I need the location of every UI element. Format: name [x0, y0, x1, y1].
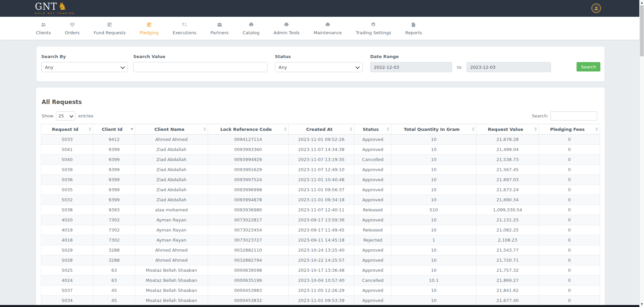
- column-header[interactable]: Status: [354, 124, 391, 135]
- date-to-input[interactable]: [466, 62, 551, 72]
- nav-item-maintenance[interactable]: Maintenance: [307, 22, 349, 35]
- nav-item-admin-tools[interactable]: Admin Tools: [266, 22, 307, 35]
- table-row[interactable]: 4020 7302 Ayman Rayan 0073022817 2023-09…: [41, 215, 600, 225]
- cell-lock-reference-code: 0093994878: [208, 195, 288, 205]
- column-header[interactable]: Created At: [288, 124, 354, 135]
- cell-created-at: 2023-11-05 12:26:29: [288, 286, 354, 296]
- entries-length-select[interactable]: 25: [56, 111, 76, 120]
- table-row[interactable]: 5025 63 Moataz Bellah Shaaban 0000639598…: [41, 265, 600, 275]
- show-label: Show: [42, 113, 53, 118]
- nav-item-reports[interactable]: Reports: [398, 22, 429, 35]
- vertical-scrollbar[interactable]: ▲ ▼: [639, 0, 644, 307]
- nav-item-trading-settings[interactable]: Trading Settings: [349, 22, 398, 35]
- cell-request-id: 4018: [41, 235, 93, 245]
- date-from-input[interactable]: [370, 62, 452, 72]
- nav-item-pledging[interactable]: Pledging: [133, 22, 165, 35]
- scroll-up-arrow[interactable]: ▲: [640, 1, 644, 5]
- nav-item-orders[interactable]: Orders: [58, 22, 87, 35]
- cell-lock-reference-code: 0093993360: [208, 145, 288, 155]
- window-bottom-edge: [0, 305, 639, 307]
- cell-status: Cancelled: [354, 155, 391, 165]
- column-header[interactable]: Lock Reference Code: [208, 124, 288, 135]
- cell-request-id: 5032: [41, 195, 93, 205]
- table-row[interactable]: 5040 9399 Ziad Abdallah 0093994929 2023-…: [41, 155, 600, 165]
- table-row[interactable]: 4019 7302 Ayman Rayan 0073023454 2023-09…: [41, 225, 600, 235]
- cell-client-name: Ziad Abdallah: [135, 175, 208, 185]
- table-row[interactable]: 4018 7302 Ayman Rayan 0073023727 2023-09…: [41, 235, 600, 245]
- lion-icon: ♞: [58, 1, 67, 11]
- column-header[interactable]: Request Value: [476, 124, 539, 135]
- status-select[interactable]: Any: [275, 62, 363, 72]
- table-row[interactable]: 5029 3288 Ahmed Ahmed 0032882110 2023-10…: [41, 245, 600, 255]
- table-row[interactable]: 4024 63 Moataz Bellah Shaaban 0000635199…: [41, 275, 600, 286]
- table-row[interactable]: 5039 9399 Ziad Abdallah 0093991629 2023-…: [41, 165, 600, 175]
- nav-item-partners[interactable]: Partners: [203, 22, 236, 35]
- cell-created-at: 2023-11-07 12:49:10: [288, 165, 354, 175]
- table-row[interactable]: 5038 9393 alaa mohamed 0093936980 2023-1…: [41, 205, 600, 215]
- cell-request-id: 5033: [41, 135, 93, 145]
- cell-created-at: 2023-09-17 11:49:45: [288, 225, 354, 235]
- column-header[interactable]: Client Name: [135, 124, 208, 135]
- column-header[interactable]: Request Id: [41, 124, 93, 135]
- cell-status: Released: [354, 205, 391, 215]
- cell-client-id: 63: [93, 265, 135, 275]
- cell-total-quantity: 10: [391, 175, 476, 185]
- cell-pledging-fees: 0: [539, 255, 600, 265]
- sort-icon: [387, 127, 389, 131]
- scrollbar-thumb[interactable]: [640, 5, 644, 56]
- cell-pledging-fees: 0: [539, 165, 600, 175]
- cell-pledging-fees: 0: [539, 235, 600, 245]
- puzzle-icon: [248, 22, 254, 28]
- table-row[interactable]: 5033 9412 Ahmed Ahmed 0094127114 2023-11…: [41, 135, 600, 145]
- cell-client-name: Ziad Abdallah: [135, 155, 208, 165]
- cell-request-value: 21,841.62: [476, 286, 539, 296]
- cell-lock-reference-code: 0093991629: [208, 165, 288, 175]
- cell-request-id: 5036: [41, 175, 93, 185]
- cell-created-at: 2023-11-07 13:19:35: [288, 155, 354, 165]
- search-button[interactable]: Search: [577, 62, 600, 71]
- gem-icon: [69, 22, 75, 28]
- cell-created-at: 2023-09-17 13:59:36: [288, 215, 354, 225]
- cell-status: Rejected: [354, 235, 391, 245]
- cell-lock-reference-code: 0032882794: [208, 255, 288, 265]
- scroll-down-arrow[interactable]: ▼: [640, 302, 644, 306]
- cell-status: Cancelled: [354, 275, 391, 286]
- search-by-select[interactable]: Any: [41, 62, 128, 72]
- cell-status: Approved: [354, 245, 391, 255]
- user-avatar[interactable]: [591, 3, 601, 13]
- cell-request-id: 5038: [41, 205, 93, 215]
- cell-created-at: 2023-11-01 09:53:39: [288, 296, 354, 306]
- brand-logo: GNT ♞ GOLD NET TRADING: [35, 1, 75, 15]
- nav-item-executions[interactable]: Executions: [165, 22, 203, 35]
- cell-created-at: 2023-11-07 14:34:38: [288, 145, 354, 155]
- table-row[interactable]: 5035 9399 Ziad Abdallah 0093996998 2023-…: [41, 185, 600, 195]
- main-nav: Clients Orders Fund Requests Pledging Ex…: [0, 17, 644, 40]
- cell-request-value: 21,720.71: [476, 255, 539, 265]
- search-value-input[interactable]: [133, 62, 267, 72]
- table-row[interactable]: 5028 3288 Ahmed Ahmed 0032882794 2023-10…: [41, 255, 600, 265]
- table-row[interactable]: 5032 9399 Ziad Abdallah 0093994878 2023-…: [41, 195, 600, 205]
- cell-client-name: Ziad Abdallah: [135, 165, 208, 175]
- brand-tagline: GOLD NET TRADING: [35, 12, 75, 15]
- table-search-control: Search:: [532, 111, 597, 120]
- nav-item-fund-requests[interactable]: Fund Requests: [87, 22, 133, 35]
- cell-total-quantity: 10: [391, 185, 476, 195]
- table-row[interactable]: 5037 45 Moataz Bellah Shaaban 0000453983…: [41, 286, 600, 296]
- nav-item-clients[interactable]: Clients: [29, 22, 58, 35]
- table-header-row: Request Id Client Id Client Name: [41, 124, 600, 135]
- cell-client-name: Ayman Rayan: [135, 225, 208, 235]
- list-bars-icon: [107, 22, 112, 28]
- table-search-input[interactable]: [550, 111, 597, 120]
- table-row[interactable]: 5036 9399 Ziad Abdallah 0093997524 2023-…: [41, 175, 600, 185]
- column-header[interactable]: Total Quantity In Gram: [391, 124, 476, 135]
- table-row[interactable]: 5041 9399 Ziad Abdallah 0093993360 2023-…: [41, 145, 600, 155]
- requests-table: Request Id Client Id Client Name: [41, 124, 600, 306]
- column-header[interactable]: Pledging Fees: [539, 124, 600, 135]
- column-header[interactable]: Client Id: [93, 124, 135, 135]
- users-icon: [41, 22, 46, 28]
- table-row[interactable]: 5034 45 Moataz Bellah Shaaban 0000453832…: [41, 296, 600, 306]
- cell-created-at: 2023-11-07 12:40:11: [288, 205, 354, 215]
- nav-item-catalog[interactable]: Catalog: [236, 22, 266, 35]
- sort-icon: [350, 127, 352, 131]
- cell-request-value: 21,697.03: [476, 175, 539, 185]
